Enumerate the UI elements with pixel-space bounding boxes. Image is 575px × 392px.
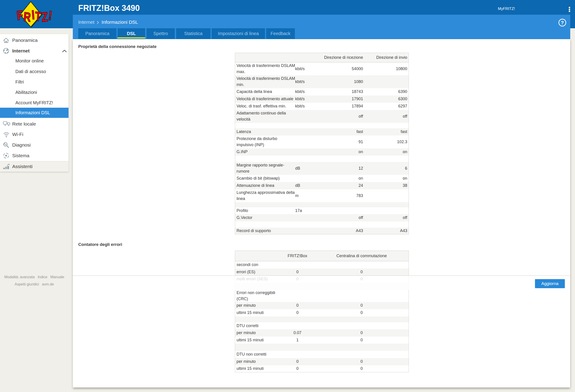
svg-text:?: ? <box>561 20 564 25</box>
svg-text:T: T <box>35 9 42 24</box>
svg-text:F: F <box>16 8 23 23</box>
svg-text:R: R <box>23 9 31 24</box>
svg-text:!: ! <box>48 8 52 23</box>
svg-text:Z: Z <box>41 10 48 24</box>
